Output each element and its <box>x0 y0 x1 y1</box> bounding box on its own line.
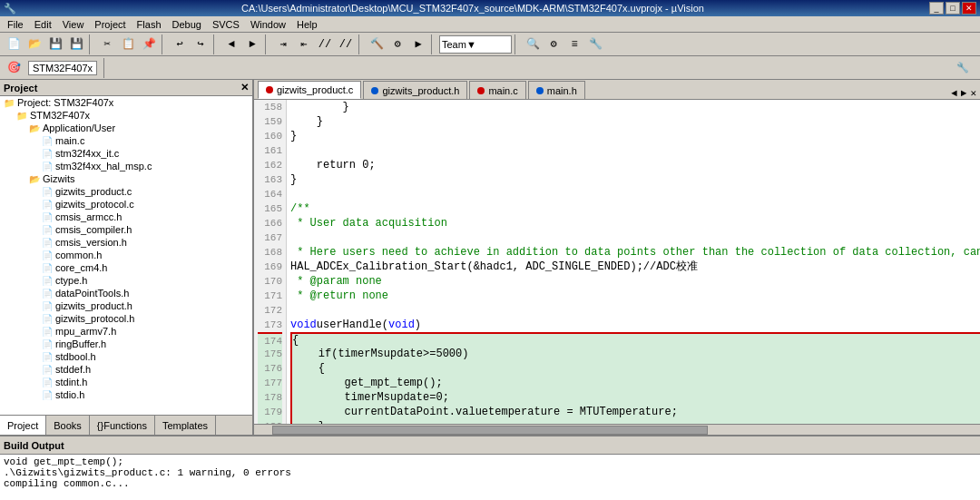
tree-item-3[interactable]: 📄main.c <box>0 134 252 147</box>
build2-btn[interactable]: ⚙ <box>387 34 407 54</box>
close-button[interactable]: ✕ <box>962 2 976 15</box>
tree-item-10[interactable]: 📄cmsis_compiler.h <box>0 223 252 236</box>
tab-gizwits-product-h[interactable]: gizwits_product.h <box>363 81 467 99</box>
project-tree[interactable]: 📁Project: STM32F407x📁STM32F407x📂Applicat… <box>0 96 252 415</box>
code-line-179: currentDataPoint.valuetemperature = MTUT… <box>290 405 980 419</box>
tree-item-22[interactable]: 📄stdint.h <box>0 376 252 388</box>
tab-scroll-left[interactable]: ◄ <box>951 88 957 99</box>
hscroll-thumb[interactable] <box>272 426 708 435</box>
tab-gizwits-product-c[interactable]: gizwits_product.c <box>258 81 361 99</box>
tree-item-7[interactable]: 📄gizwits_product.c <box>0 185 252 198</box>
menu-flash[interactable]: Flash <box>132 18 167 31</box>
menu-debug[interactable]: Debug <box>167 18 207 31</box>
build-btn[interactable]: 🔨 <box>367 34 387 54</box>
tab-scroll-right[interactable]: ► <box>961 88 967 99</box>
tree-item-2[interactable]: 📂Application/User <box>0 122 252 134</box>
tab-books[interactable]: Books <box>46 416 90 435</box>
tree-item-5[interactable]: 📄stm32f4xx_hal_msp.c <box>0 160 252 172</box>
code-line-172 <box>290 303 980 318</box>
tree-icon: 📄 <box>42 339 53 349</box>
menu-edit[interactable]: Edit <box>29 18 57 31</box>
line-num-163: 163 <box>258 172 282 187</box>
tree-item-9[interactable]: 📄cmsis_armcc.h <box>0 211 252 223</box>
sep8 <box>103 58 109 78</box>
tree-item-14[interactable]: 📄ctype.h <box>0 274 252 287</box>
line-num-177: 177 <box>258 376 282 390</box>
menu-view[interactable]: View <box>57 18 90 31</box>
team-dropdown[interactable]: Team▼ <box>439 35 512 54</box>
tab-main-h[interactable]: main.h <box>528 81 585 99</box>
save-all-btn[interactable]: 💾 <box>66 34 86 54</box>
build-output-label: Build Output <box>4 440 64 451</box>
line-num-179: 179 <box>258 405 282 419</box>
code-editor[interactable]: 1581591601611621631641651661671681691701… <box>254 100 980 424</box>
comment-btn[interactable]: // <box>315 34 335 54</box>
nav-back-btn[interactable]: ◄ <box>221 34 241 54</box>
settings-btn[interactable]: ⚙ <box>544 34 564 54</box>
cut-btn[interactable]: ✂ <box>97 34 117 54</box>
line-num-167: 167 <box>258 230 282 245</box>
new-file-btn[interactable]: 📄 <box>4 34 24 54</box>
menu-project[interactable]: Project <box>89 18 131 31</box>
tree-label: dataPointTools.h <box>55 288 129 299</box>
redo-btn[interactable]: ↪ <box>191 34 211 54</box>
tab-functions[interactable]: {} Functions <box>90 416 155 435</box>
tree-item-17[interactable]: 📄gizwits_protocol.h <box>0 312 252 325</box>
sep2 <box>162 34 167 54</box>
sep7 <box>514 34 520 54</box>
menu-file[interactable]: File <box>2 18 29 31</box>
code-line-178: timerMsupdate=0; <box>290 390 980 405</box>
tree-item-21[interactable]: 📄stddef.h <box>0 363 252 376</box>
tree-item-6[interactable]: 📂Gizwits <box>0 172 252 185</box>
extra1-btn[interactable]: ≡ <box>564 34 584 54</box>
tree-item-8[interactable]: 📄gizwits_protocol.c <box>0 198 252 211</box>
panel-close-icon[interactable]: ✕ <box>240 82 249 93</box>
copy-btn[interactable]: 📋 <box>118 34 138 54</box>
tree-icon: 📄 <box>42 200 53 210</box>
tree-item-18[interactable]: 📄mpu_armv7.h <box>0 325 252 338</box>
target-name[interactable]: STM32F407x <box>28 61 97 75</box>
target-btn[interactable]: 🎯 <box>4 58 24 78</box>
tree-item-1[interactable]: 📁STM32F407x <box>0 109 252 122</box>
line-num-160: 160 <box>258 129 282 143</box>
maximize-button[interactable]: □ <box>946 2 960 15</box>
open-btn[interactable]: 📂 <box>24 34 44 54</box>
menu-window[interactable]: Window <box>245 18 291 31</box>
menu-svcs[interactable]: SVCS <box>207 18 245 31</box>
uncomment-btn[interactable]: // <box>336 34 356 54</box>
sep6 <box>431 34 436 54</box>
tree-item-11[interactable]: 📄cmsis_version.h <box>0 236 252 249</box>
save-btn[interactable]: 💾 <box>45 34 65 54</box>
run-btn[interactable]: ▶ <box>408 34 428 54</box>
indent-btn[interactable]: ⇥ <box>273 34 293 54</box>
tree-item-16[interactable]: 📄gizwits_product.h <box>0 299 252 312</box>
editor-hscroll[interactable] <box>254 424 980 435</box>
tree-icon: 📄 <box>42 352 53 362</box>
tree-item-13[interactable]: 📄core_cm4.h <box>0 261 252 274</box>
tab-templates[interactable]: Templates <box>155 416 216 435</box>
minimize-button[interactable]: _ <box>929 2 944 15</box>
tree-item-4[interactable]: 📄stm32f4xx_it.c <box>0 147 252 160</box>
menu-help[interactable]: Help <box>291 18 323 31</box>
paste-btn[interactable]: 📌 <box>139 34 159 54</box>
extra2-btn[interactable]: 🔧 <box>585 34 605 54</box>
nav-fwd-btn[interactable]: ► <box>242 34 262 54</box>
tree-item-0[interactable]: 📁Project: STM32F407x <box>0 96 252 109</box>
tree-item-20[interactable]: 📄stdbool.h <box>0 350 252 363</box>
code-line-158: } <box>290 100 980 114</box>
tree-item-12[interactable]: 📄common.h <box>0 249 252 261</box>
code-lines: } }} return 0;}/** * User data acquisiti… <box>287 100 980 424</box>
tree-icon: 📂 <box>29 174 40 184</box>
line-num-170: 170 <box>258 274 282 289</box>
sep4 <box>265 34 270 54</box>
search-btn[interactable]: 🔍 <box>523 34 543 54</box>
outdent-btn[interactable]: ⇤ <box>294 34 314 54</box>
tab-project[interactable]: Project <box>0 416 46 435</box>
undo-btn[interactable]: ↩ <box>170 34 190 54</box>
tree-item-19[interactable]: 📄ringBuffer.h <box>0 338 252 350</box>
tab-close-all[interactable]: ✕ <box>970 87 976 99</box>
tree-item-23[interactable]: 📄stdio.h <box>0 388 252 401</box>
tree-item-15[interactable]: 📄dataPointTools.h <box>0 287 252 299</box>
titlebar: 🔧 CA:\Users\Administrator\Desktop\MCU_ST… <box>0 0 980 16</box>
tab-main-c[interactable]: main.c <box>469 81 525 99</box>
